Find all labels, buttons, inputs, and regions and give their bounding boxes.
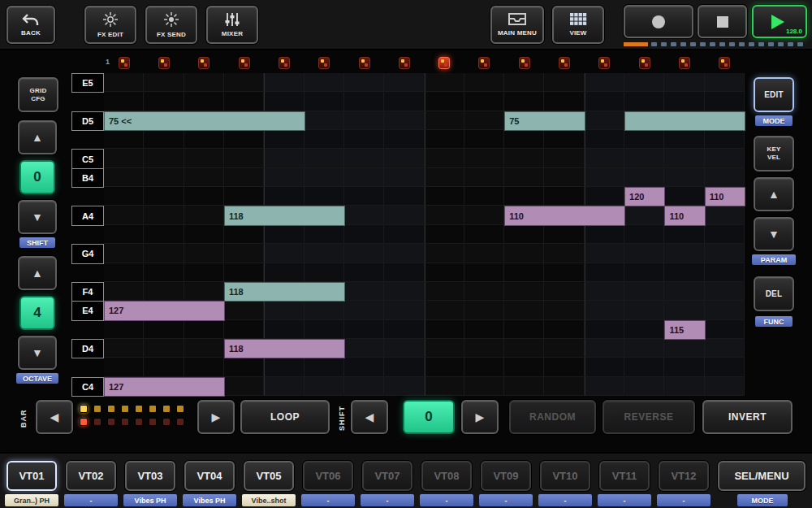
grid-cell-C4-step14[interactable] bbox=[624, 377, 664, 396]
grid-cell-A4-step9[interactable] bbox=[425, 206, 464, 224]
param-down-button[interactable]: ▼ bbox=[754, 217, 794, 251]
grid-cell-D5-step9[interactable] bbox=[425, 111, 464, 130]
grid-cell-C5-step11[interactable] bbox=[504, 149, 544, 167]
grid-cell-A4-step2[interactable] bbox=[144, 206, 184, 224]
grid-cell-F#4-step3[interactable] bbox=[184, 263, 224, 282]
grid-cell-D#4-step16[interactable] bbox=[705, 320, 745, 339]
grid-cell-E4-step9[interactable] bbox=[425, 301, 464, 319]
grid-cell-B4-step14[interactable] bbox=[624, 168, 664, 187]
grid-cell-D#4-step12[interactable] bbox=[544, 320, 584, 339]
grid-cell-D4-step1[interactable] bbox=[104, 339, 144, 358]
grid-cell-F4-step3[interactable] bbox=[184, 282, 224, 301]
note-block-D5-step1[interactable]: 75 << bbox=[104, 111, 305, 131]
grid-cell-D#4-step10[interactable] bbox=[464, 320, 504, 339]
grid-cell-F#4-step4[interactable] bbox=[224, 263, 264, 282]
grid-cell-D#5-step11[interactable] bbox=[504, 92, 544, 111]
grid-cell-D4-step3[interactable] bbox=[184, 339, 224, 358]
grid-cell-E5-step7[interactable] bbox=[344, 73, 384, 92]
grid-cell-C4-step4[interactable] bbox=[224, 377, 264, 396]
track-button-VT01[interactable]: VT01 bbox=[6, 461, 57, 491]
grid-cell-A4-step14[interactable] bbox=[624, 206, 664, 224]
pattern-shift-left-button[interactable]: ◀ bbox=[351, 400, 388, 434]
grid-cell-D4-step2[interactable] bbox=[144, 339, 184, 358]
grid-cell-C5-step12[interactable] bbox=[544, 149, 584, 167]
grid-cell-D#4-step1[interactable] bbox=[104, 320, 144, 339]
grid-cell-D4-step9[interactable] bbox=[425, 339, 464, 358]
grid-cell-F#4-step5[interactable] bbox=[264, 263, 304, 282]
grid-cell-C#5-step2[interactable] bbox=[144, 130, 184, 149]
note-block-C4-step1[interactable]: 127 bbox=[104, 377, 225, 397]
step-sample-icon-12[interactable] bbox=[559, 57, 570, 69]
grid-cell-C#5-step16[interactable] bbox=[705, 130, 745, 149]
grid-cell-C#5-step15[interactable] bbox=[664, 130, 704, 149]
grid-cell-D5-step10[interactable] bbox=[464, 111, 504, 130]
grid-cell-C#5-step11[interactable] bbox=[504, 130, 544, 149]
grid-cell-D#4-step11[interactable] bbox=[504, 320, 544, 339]
grid-cell-E4-step15[interactable] bbox=[664, 301, 704, 319]
grid-cell-E4-step6[interactable] bbox=[304, 301, 344, 319]
grid-cell-D#4-step14[interactable] bbox=[624, 320, 664, 339]
grid-cell-A#4-step4[interactable] bbox=[224, 187, 264, 206]
random-button[interactable]: RANDOM bbox=[509, 400, 596, 434]
grid-cell-C#5-step12[interactable] bbox=[544, 130, 584, 149]
grid-cell-B4-step10[interactable] bbox=[464, 168, 504, 187]
track-button-VT11[interactable]: VT11 bbox=[599, 461, 650, 491]
grid-cell-E4-step14[interactable] bbox=[624, 301, 664, 319]
grid-cell-D#4-step4[interactable] bbox=[224, 320, 264, 339]
grid-cell-D4-step14[interactable] bbox=[624, 339, 664, 358]
note-block-A#4-step14[interactable]: 120 bbox=[624, 187, 665, 206]
grid-cell-D#5-step16[interactable] bbox=[705, 92, 745, 111]
shift-down-button[interactable]: ▼ bbox=[18, 200, 57, 234]
grid-cell-D#5-step5[interactable] bbox=[264, 92, 304, 111]
grid-cell-C5-step16[interactable] bbox=[705, 149, 745, 167]
grid-cell-G4-step13[interactable] bbox=[585, 244, 624, 263]
grid-cell-A4-step10[interactable] bbox=[464, 206, 504, 224]
grid-cell-C#5-step7[interactable] bbox=[344, 130, 384, 149]
grid-cell-G4-step9[interactable] bbox=[425, 244, 464, 263]
grid-cell-F#4-step11[interactable] bbox=[504, 263, 544, 282]
grid-cell-A#4-step15[interactable] bbox=[664, 187, 704, 206]
grid-cell-B4-step9[interactable] bbox=[425, 168, 464, 187]
grid-cell-G#4-step11[interactable] bbox=[504, 225, 544, 244]
note-label-E4[interactable]: E4 bbox=[71, 301, 104, 320]
grid-cell-C#5-step4[interactable] bbox=[224, 130, 264, 149]
track-button-VT02[interactable]: VT02 bbox=[66, 461, 116, 491]
note-block-E4-step1[interactable]: 127 bbox=[104, 301, 225, 320]
grid-cell-C5-step9[interactable] bbox=[425, 149, 464, 167]
grid-cell-D#5-step7[interactable] bbox=[344, 92, 384, 111]
grid-cell-B4-step1[interactable] bbox=[104, 168, 144, 187]
grid-cell-F4-step13[interactable] bbox=[585, 282, 624, 301]
step-sample-icon-1[interactable] bbox=[119, 57, 130, 69]
grid-cell-D#4-step6[interactable] bbox=[304, 320, 344, 339]
grid-cell-C5-step8[interactable] bbox=[384, 149, 424, 167]
grid-cell-G4-step6[interactable] bbox=[304, 244, 344, 263]
grid-cell-G#4-step9[interactable] bbox=[425, 225, 464, 244]
grid-cell-B4-step16[interactable] bbox=[705, 168, 745, 187]
note-block-D5-step11[interactable]: 75 bbox=[504, 111, 585, 131]
note-block-A4-step11[interactable]: 110 bbox=[504, 206, 625, 225]
note-label-C4[interactable]: C4 bbox=[71, 377, 104, 397]
note-label-F4[interactable]: F4 bbox=[71, 282, 104, 302]
grid-cell-A#4-step8[interactable] bbox=[384, 187, 424, 206]
note-block-D#4-step15[interactable]: 115 bbox=[664, 320, 705, 340]
grid-cell-A#4-step12[interactable] bbox=[544, 187, 584, 206]
grid-cell-F4-step1[interactable] bbox=[104, 282, 144, 301]
grid-cell-C#5-step6[interactable] bbox=[304, 130, 344, 149]
note-block-D4-step4[interactable]: 118 bbox=[224, 339, 345, 358]
grid-cell-F#4-step1[interactable] bbox=[104, 263, 144, 282]
track-button-VT04[interactable]: VT04 bbox=[184, 461, 235, 491]
grid-cell-G#4-step15[interactable] bbox=[664, 225, 704, 244]
grid-cell-A#4-step3[interactable] bbox=[184, 187, 224, 206]
grid-cell-C#4-step5[interactable] bbox=[264, 358, 304, 376]
shift-up-button[interactable]: ▲ bbox=[18, 120, 57, 154]
grid-cell-D4-step10[interactable] bbox=[464, 339, 504, 358]
grid-cell-D4-step16[interactable] bbox=[705, 339, 745, 358]
step-sample-icon-9[interactable] bbox=[438, 57, 450, 69]
grid-cell-E5-step16[interactable] bbox=[705, 73, 745, 92]
grid-cell-C#4-step2[interactable] bbox=[144, 358, 184, 376]
grid-cell-D4-step11[interactable] bbox=[504, 339, 544, 358]
step-sample-icon-4[interactable] bbox=[239, 57, 250, 69]
grid-cell-D#4-step5[interactable] bbox=[264, 320, 304, 339]
track-button-VT10[interactable]: VT10 bbox=[540, 461, 590, 491]
note-block-A4-step4[interactable]: 118 bbox=[224, 206, 345, 225]
